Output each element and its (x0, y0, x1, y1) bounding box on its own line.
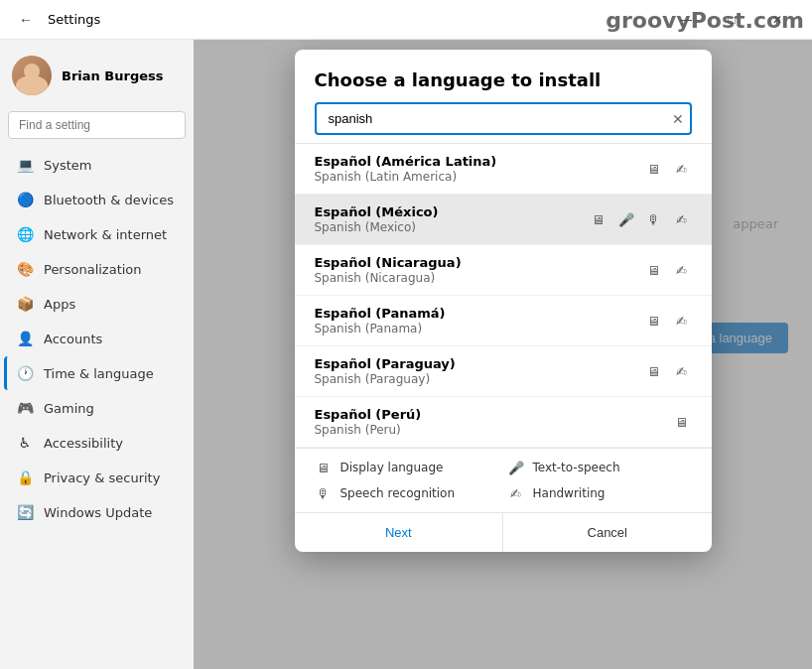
sidebar-item-windows-update[interactable]: 🔄 Windows Update (4, 495, 190, 529)
legend-label: Display language (340, 461, 444, 474)
handwriting-icon: ✍ (672, 311, 692, 331)
display-lang-icon: 🖥 (644, 311, 664, 331)
windows-update-icon: 🔄 (16, 503, 34, 521)
sidebar-label-time-language: Time & language (44, 366, 154, 381)
sidebar-item-accessibility[interactable]: ♿ Accessibility (4, 426, 190, 460)
user-profile: Brian Burgess (0, 48, 194, 111)
search-input[interactable] (8, 111, 186, 139)
legend-icon: ✍ (507, 484, 525, 502)
dialog-search-clear-button[interactable]: ✕ (672, 111, 684, 127)
dialog: Choose a language to install ✕ Español (… (295, 50, 712, 552)
legend-item: 🎙 Speech recognition (315, 484, 499, 502)
legend-item: ✍ Handwriting (507, 484, 692, 502)
dialog-footer: Next Cancel (295, 512, 712, 552)
sidebar-item-personalization[interactable]: 🎨 Personalization (4, 252, 190, 286)
language-list-item[interactable]: Español (Paraguay) Spanish (Paraguay) 🖥✍ (295, 346, 712, 397)
network-icon: 🌐 (16, 225, 34, 243)
sidebar-label-windows-update: Windows Update (44, 505, 152, 520)
avatar (12, 56, 52, 95)
system-icon: 💻 (16, 156, 34, 174)
sidebar-label-accounts: Accounts (44, 332, 102, 346)
legend-icon: 🎙 (315, 484, 333, 502)
maximize-button[interactable]: □ (709, 0, 754, 40)
modal-overlay: Choose a language to install ✕ Español (… (194, 40, 812, 669)
lang-icon-group: 🖥🎤🎙✍ (589, 209, 692, 229)
language-list-item[interactable]: Español (América Latina) Spanish (Latin … (295, 144, 712, 195)
sidebar-item-network[interactable]: 🌐 Network & internet (4, 217, 190, 251)
handwriting-icon: ✍ (672, 209, 692, 229)
display-lang-icon: 🖥 (589, 209, 609, 229)
main-content: appear Add a language Choose a language … (194, 40, 812, 669)
handwriting-icon: ✍ (672, 159, 692, 179)
language-list-item[interactable]: Español (Panamá) Spanish (Panama) 🖥✍ (295, 296, 712, 346)
bluetooth-icon: 🔵 (16, 191, 34, 208)
sidebar-item-system[interactable]: 💻 System (4, 148, 190, 182)
lang-sub: Spanish (Peru) (315, 423, 672, 437)
accounts-icon: 👤 (16, 330, 34, 347)
sidebar-item-bluetooth[interactable]: 🔵 Bluetooth & devices (4, 183, 190, 216)
language-list-item[interactable]: Español (México) Spanish (Mexico) 🖥🎤🎙✍ (295, 195, 712, 245)
titlebar: ← Settings — □ ✕ (0, 0, 812, 40)
accessibility-icon: ♿ (16, 434, 34, 452)
lang-sub: Spanish (Paraguay) (315, 372, 644, 386)
gaming-icon: 🎮 (16, 399, 34, 417)
dialog-legend: 🖥 Display language 🎤 Text-to-speech 🎙 Sp… (295, 448, 712, 512)
minimize-button[interactable]: — (663, 0, 709, 40)
lang-name: Español (Panamá) (315, 306, 644, 321)
legend-icon: 🎤 (507, 459, 525, 476)
lang-sub: Spanish (Nicaragua) (315, 271, 644, 285)
titlebar-nav: ← (12, 6, 40, 34)
legend-icon: 🖥 (315, 459, 333, 476)
window-controls: — □ ✕ (663, 0, 800, 40)
personalization-icon: 🎨 (16, 260, 34, 278)
sidebar-item-accounts[interactable]: 👤 Accounts (4, 322, 190, 355)
sidebar-label-apps: Apps (44, 297, 75, 312)
display-lang-icon: 🖥 (644, 361, 664, 381)
privacy-security-icon: 🔒 (16, 468, 34, 486)
legend-label: Speech recognition (340, 486, 456, 500)
lang-name: Español (Paraguay) (315, 356, 644, 371)
sidebar-label-accessibility: Accessibility (44, 436, 123, 451)
settings-window: ← Settings — □ ✕ Brian Burgess 💻 System (0, 0, 812, 669)
sidebar-item-time-language[interactable]: 🕐 Time & language (4, 356, 190, 390)
display-lang-icon: 🖥 (672, 412, 692, 432)
lang-name: Español (Nicaragua) (315, 255, 644, 270)
lang-icon-group: 🖥✍ (644, 361, 692, 381)
legend-item: 🎤 Text-to-speech (507, 459, 692, 476)
handwriting-icon: ✍ (672, 260, 692, 280)
speech-icon: 🎙 (644, 209, 664, 229)
sidebar-label-gaming: Gaming (44, 401, 94, 416)
sidebar-label-network: Network & internet (44, 227, 167, 242)
lang-name: Español (Perú) (315, 407, 672, 422)
language-list-item[interactable]: Español (Perú) Spanish (Peru) 🖥 (295, 397, 712, 448)
lang-icon-group: 🖥✍ (644, 311, 692, 331)
lang-sub: Spanish (Latin America) (315, 170, 644, 184)
language-list-item[interactable]: Español (Nicaragua) Spanish (Nicaragua) … (295, 245, 712, 296)
sidebar-label-personalization: Personalization (44, 262, 142, 277)
back-button[interactable]: ← (12, 6, 40, 34)
apps-icon: 📦 (16, 295, 34, 313)
next-button[interactable]: Next (295, 513, 503, 552)
content-area: Brian Burgess 💻 System 🔵 Bluetooth & dev… (0, 40, 812, 669)
sidebar-item-gaming[interactable]: 🎮 Gaming (4, 391, 190, 425)
display-lang-icon: 🖥 (644, 260, 664, 280)
lang-sub: Spanish (Mexico) (315, 220, 589, 234)
user-name: Brian Burgess (62, 68, 164, 83)
tts-icon: 🎤 (616, 209, 636, 229)
window-title: Settings (48, 12, 100, 27)
cancel-button[interactable]: Cancel (502, 513, 712, 552)
sidebar-label-privacy-security: Privacy & security (44, 470, 160, 485)
handwriting-icon: ✍ (672, 361, 692, 381)
lang-sub: Spanish (Panama) (315, 322, 644, 335)
lang-name: Español (América Latina) (315, 154, 644, 169)
lang-icon-group: 🖥✍ (644, 159, 692, 179)
sidebar-label-system: System (44, 158, 91, 173)
sidebar-label-bluetooth: Bluetooth & devices (44, 193, 174, 207)
sidebar-item-apps[interactable]: 📦 Apps (4, 287, 190, 321)
dialog-search-input[interactable] (315, 102, 692, 135)
sidebar: Brian Burgess 💻 System 🔵 Bluetooth & dev… (0, 40, 194, 669)
lang-icon-group: 🖥✍ (644, 260, 692, 280)
close-button[interactable]: ✕ (754, 0, 800, 40)
sidebar-item-privacy-security[interactable]: 🔒 Privacy & security (4, 461, 190, 494)
search-box (8, 111, 186, 139)
